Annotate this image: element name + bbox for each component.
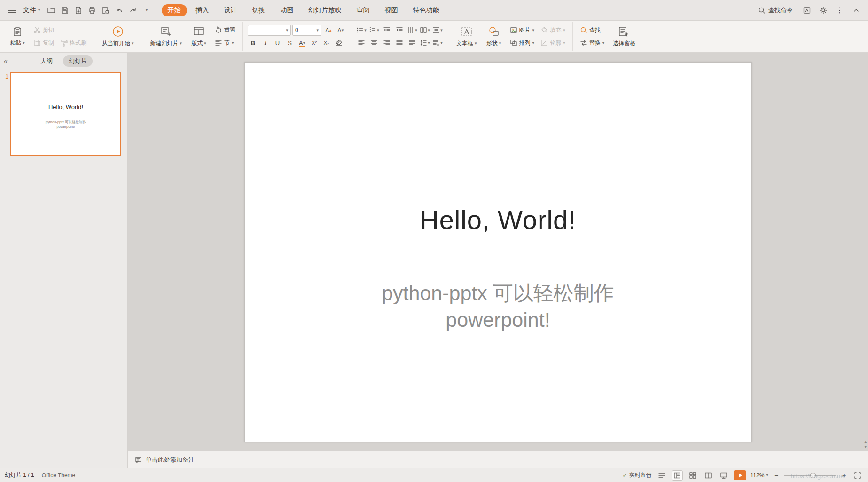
- next-slide-button[interactable]: ▾: [864, 444, 867, 449]
- file-menu-label: 文件: [23, 6, 36, 15]
- tab-review[interactable]: 审阅: [351, 4, 376, 16]
- increase-indent-button[interactable]: [394, 25, 405, 36]
- tab-features[interactable]: 特色功能: [407, 4, 446, 16]
- notes-toggle-button[interactable]: [656, 470, 667, 481]
- cut-button[interactable]: 剪切: [31, 25, 89, 36]
- new-slide-button[interactable]: 新建幻灯片▾: [147, 24, 186, 48]
- chevron-down-icon: ▾: [766, 473, 768, 477]
- paragraph-settings-button[interactable]: ▾: [432, 38, 443, 48]
- decrease-font-size-button[interactable]: A▾: [335, 25, 346, 36]
- replace-button[interactable]: 替换 ▾: [578, 38, 607, 48]
- copy-button[interactable]: 复制: [31, 38, 56, 48]
- strikethrough-button[interactable]: S: [284, 38, 295, 48]
- tab-animation[interactable]: 动画: [274, 4, 300, 16]
- tab-outline[interactable]: 大纲: [35, 55, 58, 67]
- font-name-combobox[interactable]: ▾: [248, 25, 291, 36]
- vertical-align-button[interactable]: ▾: [432, 25, 443, 36]
- fill-bucket-icon: [540, 26, 548, 34]
- tab-view[interactable]: 视图: [379, 4, 404, 16]
- tab-design[interactable]: 设计: [218, 4, 243, 16]
- slideshow-play-button[interactable]: [734, 470, 746, 480]
- zoom-slider-thumb[interactable]: [810, 473, 816, 478]
- interface-settings-icon[interactable]: [800, 4, 813, 16]
- tab-home[interactable]: 开始: [162, 4, 187, 16]
- slide-thumbnail[interactable]: Hello, World! python-pptx 可以轻松制作 powerpo…: [10, 72, 121, 156]
- zoom-in-button[interactable]: +: [840, 472, 848, 479]
- superscript-button[interactable]: X²: [309, 38, 320, 48]
- file-menu-button[interactable]: 文件 ▾: [19, 5, 44, 16]
- selection-pane-button[interactable]: 选择窗格: [610, 24, 639, 48]
- justify-button[interactable]: [394, 38, 405, 48]
- slide-editor[interactable]: Hello, World! python-pptx 可以轻松制作 powerpo…: [244, 62, 752, 442]
- fill-button[interactable]: 填充 ▾: [538, 25, 568, 36]
- decrease-indent-button[interactable]: [381, 25, 392, 36]
- find-button[interactable]: 查找: [578, 25, 607, 36]
- line-spacing-button[interactable]: ▾: [419, 38, 430, 48]
- redo-icon[interactable]: [127, 4, 140, 16]
- tab-slideshow[interactable]: 幻灯片放映: [303, 4, 348, 16]
- normal-view-button[interactable]: [672, 470, 683, 481]
- bullet-list-button[interactable]: ▾: [356, 25, 367, 36]
- tab-transition[interactable]: 切换: [246, 4, 272, 16]
- align-left-button[interactable]: [356, 38, 367, 48]
- export-pdf-icon[interactable]: [72, 4, 85, 16]
- more-options-icon[interactable]: ⋮: [833, 4, 846, 16]
- subscript-button[interactable]: X₂: [321, 38, 332, 48]
- open-file-icon[interactable]: [45, 4, 58, 16]
- clipboard-group: 粘贴▾ 剪切 复制 格式刷: [2, 22, 94, 51]
- slide-sorter-view-button[interactable]: [687, 470, 698, 481]
- reset-slide-button[interactable]: 重置: [212, 25, 238, 36]
- fit-slide-button[interactable]: [852, 470, 863, 481]
- slide-canvas[interactable]: Hello, World! python-pptx 可以轻松制作 powerpo…: [128, 53, 868, 451]
- find-command-button[interactable]: 查找命令: [754, 5, 797, 16]
- tab-insert[interactable]: 插入: [190, 4, 215, 16]
- collapse-ribbon-icon[interactable]: [850, 4, 862, 16]
- customize-toolbar-icon[interactable]: ▾: [141, 4, 153, 16]
- theme-name[interactable]: Office Theme: [42, 472, 76, 479]
- arrange-button[interactable]: 排列 ▾: [508, 38, 537, 48]
- decrease-indent-icon: [383, 26, 391, 34]
- underline-button[interactable]: U: [272, 38, 283, 48]
- italic-button[interactable]: I: [260, 38, 271, 48]
- gear-icon[interactable]: [817, 4, 829, 16]
- hamburger-menu-icon[interactable]: [6, 4, 18, 16]
- clear-format-button[interactable]: [333, 38, 344, 48]
- previous-slide-button[interactable]: ▴: [864, 439, 867, 444]
- align-right-button[interactable]: [381, 38, 392, 48]
- textbox-button[interactable]: 文本框▾: [453, 24, 480, 48]
- slide-subtitle-text[interactable]: python-pptx 可以轻松制作 powerpoint!: [245, 280, 751, 334]
- font-size-combobox[interactable]: 0 ▾: [292, 25, 321, 36]
- bold-button[interactable]: B: [248, 38, 258, 48]
- text-direction-button[interactable]: ▾: [407, 25, 418, 36]
- print-preview-icon[interactable]: [100, 4, 112, 16]
- realtime-backup-toggle[interactable]: ✓ 实时备份: [623, 471, 652, 479]
- presenter-view-icon: [720, 472, 727, 479]
- reading-view-button[interactable]: [703, 470, 714, 481]
- save-icon[interactable]: [59, 4, 71, 16]
- zoom-out-button[interactable]: −: [773, 472, 780, 479]
- slide-title-text[interactable]: Hello, World!: [245, 204, 751, 235]
- presenter-view-button[interactable]: [718, 470, 729, 481]
- picture-button[interactable]: 图片 ▾: [508, 25, 537, 36]
- align-center-button[interactable]: [368, 38, 380, 48]
- tab-slides[interactable]: 幻灯片: [63, 55, 93, 67]
- zoom-slider[interactable]: [784, 471, 836, 480]
- thumbnail-subtitle-line2: powerpoint!: [11, 125, 120, 130]
- zoom-level-button[interactable]: 112% ▾: [751, 472, 768, 479]
- paste-button[interactable]: 粘贴▾: [7, 25, 28, 48]
- print-icon[interactable]: [86, 4, 99, 16]
- notes-bar[interactable]: 单击此处添加备注: [128, 451, 868, 468]
- numbered-list-button[interactable]: ▾: [368, 25, 380, 36]
- increase-font-size-button[interactable]: A▴: [323, 25, 334, 36]
- columns-button[interactable]: ▾: [419, 25, 430, 36]
- font-color-button[interactable]: A ▾: [297, 38, 307, 48]
- shapes-button[interactable]: 形状▾: [483, 24, 505, 48]
- shape-outline-button[interactable]: 轮廓 ▾: [538, 38, 568, 48]
- undo-icon[interactable]: [113, 4, 126, 16]
- from-current-slide-button[interactable]: 从当前开始▾: [99, 24, 137, 48]
- slide-layout-button[interactable]: 版式▾: [188, 24, 210, 48]
- section-button[interactable]: 节 ▾: [212, 38, 238, 48]
- format-painter-button[interactable]: 格式刷: [58, 38, 89, 48]
- distribute-button[interactable]: [407, 38, 418, 48]
- menubar: 文件 ▾ ▾: [0, 0, 868, 21]
